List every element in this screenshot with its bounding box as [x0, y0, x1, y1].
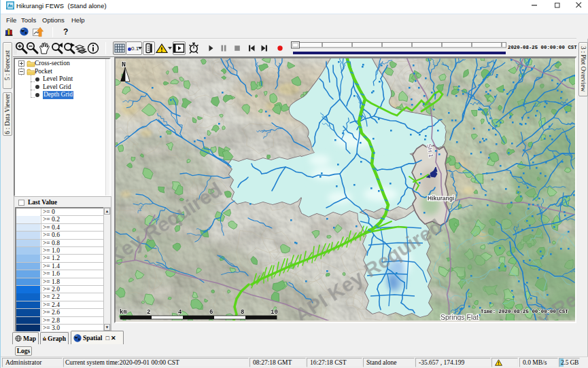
svg-text:4: 4	[178, 309, 182, 316]
svg-text:2: 2	[147, 309, 150, 316]
svg-text:8: 8	[241, 309, 244, 316]
svg-text:6: 6	[209, 309, 213, 316]
svg-text:km: km	[120, 309, 127, 316]
svg-text:10: 10	[271, 309, 278, 316]
svg-text:Hikurangi: Hikurangi	[428, 195, 454, 202]
svg-text:Time: 2020-08-25 00:00:00 CST: Time: 2020-08-25 00:00:00 CST	[481, 309, 568, 314]
svg-text:Springs Flat: Springs Flat	[440, 313, 479, 320]
